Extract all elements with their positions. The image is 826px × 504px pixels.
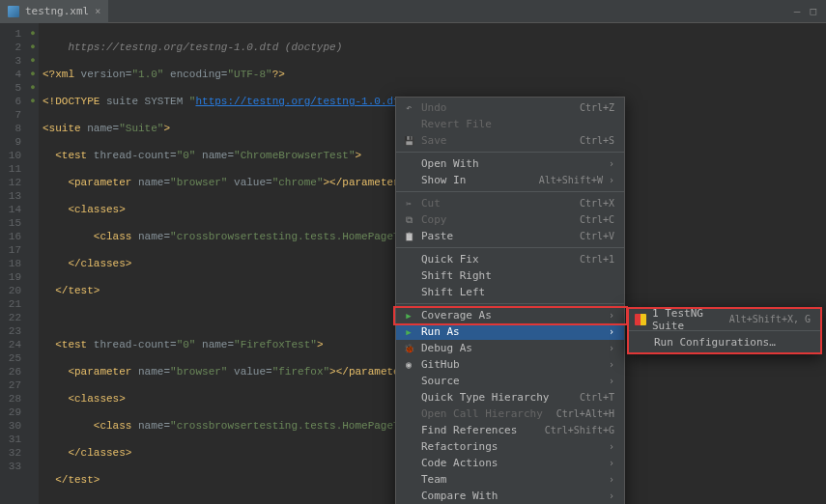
folding-column: ● ● ● ● ● ● [27,23,39,504]
menu-shift-right[interactable]: Shift Right [396,267,624,284]
run-as-submenu: 1 TestNG Suite Alt+Shift+X, G Run Config… [627,307,822,354]
chevron-right-icon: › [609,490,614,501]
blank-icon [402,490,415,503]
line-number-gutter: 1 2 3 4 5 6 7 8 9 10 11 12 13 14 15 16 1… [0,23,27,504]
menu-quick-fix[interactable]: Quick Fix Ctrl+1 [396,251,624,267]
menu-copy[interactable]: Copy Ctrl+C [396,211,624,228]
close-icon[interactable]: × [95,6,100,16]
menu-quick-type-hierarchy[interactable]: Quick Type Hierarchy Ctrl+T [396,389,624,406]
chevron-right-icon: › [609,458,614,468]
chevron-right-icon: › [609,359,614,370]
blank-icon [402,391,415,405]
blank-icon [402,457,415,470]
menu-open-with[interactable]: Open With › [396,155,624,172]
menu-open-call-hierarchy[interactable]: Open Call Hierarchy Ctrl+Alt+H [396,406,624,422]
menu-code-actions[interactable]: Code Actions › [396,455,624,471]
blank-icon [402,440,415,454]
save-icon [402,134,415,148]
submenu-run-configurations[interactable]: Run Configurations… [629,334,820,350]
menu-paste[interactable]: Paste Ctrl+V [396,228,624,244]
menu-separator [396,152,624,153]
editor-tab[interactable]: testng.xml × [0,0,108,23]
paste-icon [402,230,415,243]
menu-revert-file[interactable]: Revert File [396,116,624,132]
run-icon [402,325,415,339]
menu-find-references[interactable]: Find References Ctrl+Shift+G [396,422,624,438]
debug-icon [402,342,415,355]
menu-save[interactable]: Save Ctrl+S [396,132,624,149]
menu-github[interactable]: GitHub › [396,356,624,373]
xml-file-icon [8,6,19,17]
blank-icon [402,407,415,421]
menu-shift-left[interactable]: Shift Left [396,284,624,300]
menu-coverage-as[interactable]: Coverage As › [396,307,624,323]
chevron-right-icon: › [609,343,614,353]
submenu-testng-suite[interactable]: 1 TestNG Suite Alt+Shift+X, G [629,311,820,327]
chevron-right-icon: › [609,175,614,185]
blank-icon [402,118,415,131]
menu-team[interactable]: Team › [396,471,624,488]
maximize-icon[interactable]: □ [810,5,816,17]
menu-cut[interactable]: Cut Ctrl+X [396,195,624,211]
menu-separator [396,191,624,192]
coverage-icon [402,309,415,322]
toolbar-right: – □ [794,5,826,17]
undo-icon [402,101,415,115]
chevron-right-icon: › [609,474,614,485]
blank-icon [402,253,415,266]
blank-icon [402,157,415,171]
blank-icon [402,286,415,299]
github-icon [402,358,415,372]
chevron-right-icon: › [609,376,614,386]
copy-icon [402,213,415,227]
blank-icon [402,269,415,283]
blank-icon [402,174,415,187]
minimize-icon[interactable]: – [794,5,801,17]
blank-icon [402,375,415,388]
menu-show-in[interactable]: Show In Alt+Shift+W › [396,172,624,188]
chevron-right-icon: › [609,310,614,321]
chevron-right-icon: › [609,441,614,452]
chevron-right-icon: › [609,326,614,337]
menu-separator [396,247,624,248]
menu-undo[interactable]: Undo Ctrl+Z [396,99,624,116]
blank-icon [402,424,415,437]
chevron-right-icon: › [609,158,614,169]
context-menu: Undo Ctrl+Z Revert File Save Ctrl+S Open… [395,97,625,504]
cut-icon [402,197,415,210]
menu-refactorings[interactable]: Refactorings › [396,438,624,455]
testng-icon [635,314,646,325]
menu-separator [396,303,624,304]
menu-run-as[interactable]: Run As › [396,323,624,340]
menu-source[interactable]: Source › [396,373,624,389]
blank-icon [402,473,415,487]
line-1: 1 [14,28,21,40]
tab-bar: testng.xml × – □ [0,0,826,23]
menu-debug-as[interactable]: Debug As › [396,340,624,356]
tab-filename: testng.xml [25,5,89,17]
menu-compare-with[interactable]: Compare With › [396,488,624,504]
blank-icon [635,336,648,350]
